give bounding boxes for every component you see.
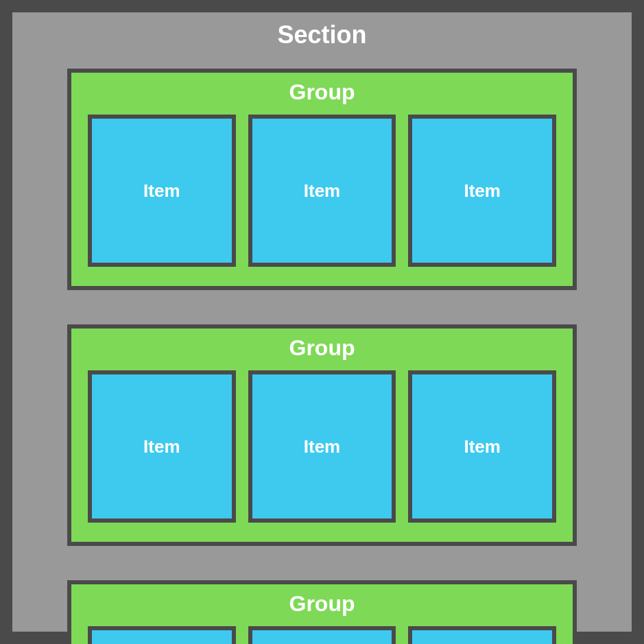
groups-container: Group Item Item Item Group Item [12, 69, 632, 644]
item-box: Item [248, 370, 396, 523]
item-box: Item [88, 115, 236, 267]
item-box: Item [408, 370, 556, 523]
item-label: Item [143, 180, 180, 202]
item-label: Item [464, 436, 500, 457]
items-row: Item Item Item [71, 115, 573, 267]
item-label: Item [304, 436, 340, 457]
group-title: Group [71, 591, 573, 617]
group-title: Group [71, 335, 573, 361]
items-row: Item Item Item [71, 626, 573, 644]
items-row: Item Item Item [71, 370, 573, 523]
item-label: Item [464, 180, 500, 202]
item-box: Item [88, 626, 236, 644]
group-box: Group Item Item Item [67, 69, 577, 290]
item-label: Item [143, 436, 180, 457]
item-box: Item [248, 626, 396, 644]
item-box: Item [248, 115, 396, 267]
section-title: Section [12, 21, 632, 49]
item-box: Item [408, 626, 556, 644]
group-box: Group Item Item Item [67, 324, 577, 546]
item-box: Item [88, 370, 236, 523]
item-box: Item [408, 115, 556, 267]
item-label: Item [304, 180, 340, 202]
group-title: Group [71, 80, 573, 105]
section-container: Section Group Item Item Item Group Item [12, 12, 632, 632]
group-box: Group Item Item Item [67, 580, 577, 644]
